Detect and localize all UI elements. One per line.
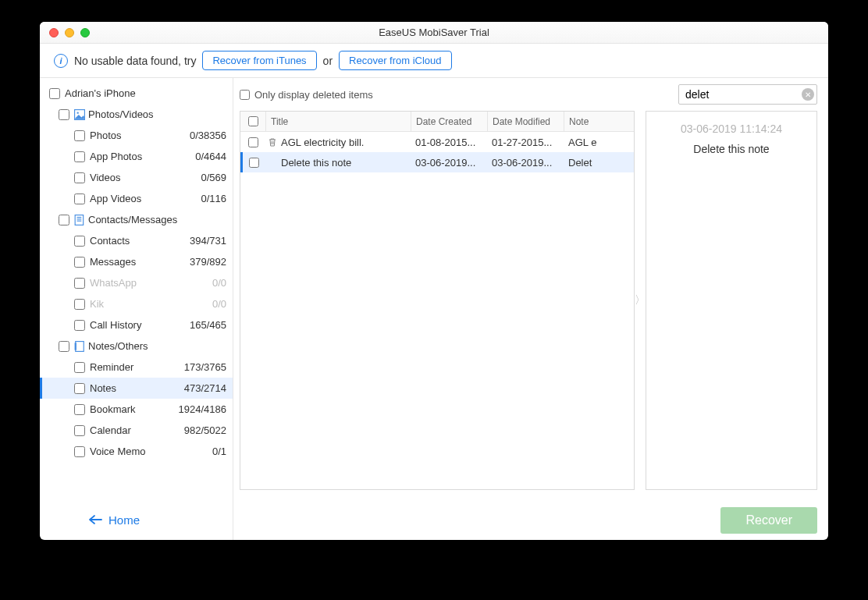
item-label: Videos (90, 172, 201, 183)
only-deleted-toggle[interactable]: Only display deleted items (240, 89, 373, 101)
item-count: 473/2714 (184, 382, 226, 394)
splitter[interactable]: 〉 (635, 111, 646, 490)
item-label: Voice Memo (90, 446, 212, 457)
titlebar: EaseUS MobiSaver Trial (40, 22, 828, 44)
sidebar-item-calendar[interactable]: Calendar982/5022 (40, 420, 233, 441)
row-title: AGL electricity bill. (279, 137, 411, 148)
toolbar-or: or (323, 55, 333, 67)
list-row[interactable]: Delete this note 03-06-2019... 03-06-201… (240, 152, 634, 172)
col-date-created[interactable]: Date Created (411, 112, 487, 131)
item-label: Kik (90, 298, 212, 310)
item-checkbox[interactable] (74, 172, 85, 183)
device-checkbox[interactable] (49, 88, 60, 99)
item-checkbox[interactable] (74, 151, 85, 162)
only-deleted-label: Only display deleted items (254, 89, 373, 101)
row-note: Delet (564, 157, 634, 169)
sidebar-item-videos[interactable]: Videos0/569 (40, 167, 233, 188)
arrow-left-icon (88, 514, 102, 525)
list-header: Title Date Created Date Modified Note (240, 112, 634, 132)
list-pane: Title Date Created Date Modified Note AG… (240, 111, 635, 490)
col-note[interactable]: Note (564, 112, 634, 131)
sidebar-item-whatsapp[interactable]: WhatsApp0/0 (40, 272, 233, 293)
item-count: 0/0 (212, 277, 226, 289)
item-label: Photos (90, 130, 190, 141)
sidebar-item-call-history[interactable]: Call History165/465 (40, 314, 233, 336)
filter-row: Only display deleted items ✕ (233, 78, 828, 111)
item-label: Messages (90, 256, 190, 268)
sidebar-item-voice-memo[interactable]: Voice Memo0/1 (40, 441, 233, 462)
svg-rect-7 (75, 343, 76, 350)
group-contacts-messages[interactable]: Contacts/Messages (40, 209, 233, 230)
app-window: EaseUS MobiSaver Trial i No usable data … (40, 22, 828, 540)
sidebar-item-app-videos[interactable]: App Videos0/116 (40, 188, 233, 209)
clear-search-icon[interactable]: ✕ (802, 88, 814, 101)
group-checkbox[interactable] (59, 109, 69, 120)
col-title[interactable]: Title (265, 112, 411, 131)
toolbar: i No usable data found, try Recover from… (40, 44, 828, 78)
sidebar-item-reminder[interactable]: Reminder173/3765 (40, 357, 233, 378)
content-area: Only display deleted items ✕ Title Date … (233, 78, 828, 540)
sidebar-item-app-photos[interactable]: App Photos0/4644 (40, 146, 233, 167)
only-deleted-checkbox[interactable] (240, 90, 250, 100)
item-checkbox[interactable] (74, 236, 85, 247)
item-checkbox[interactable] (74, 425, 85, 436)
group-checkbox[interactable] (59, 341, 69, 352)
recover-button[interactable]: Recover (720, 507, 817, 534)
row-title: Delete this note (279, 157, 411, 169)
sidebar-item-notes[interactable]: Notes473/2714 (40, 378, 233, 399)
sidebar: Adrian's iPhone Photos/Videos Photos0/38… (40, 78, 233, 540)
sidebar-item-photos[interactable]: Photos0/38356 (40, 125, 233, 146)
device-row[interactable]: Adrian's iPhone (40, 83, 233, 104)
item-checkbox[interactable] (74, 299, 85, 310)
item-label: App Videos (90, 193, 201, 204)
row-modified: 03-06-2019... (487, 157, 564, 169)
item-count: 0/569 (201, 172, 226, 183)
item-checkbox[interactable] (74, 278, 85, 289)
svg-rect-6 (76, 341, 84, 351)
item-count: 0/4644 (195, 151, 226, 162)
row-modified: 01-27-2015... (487, 137, 564, 148)
recover-itunes-button[interactable]: Recover from iTunes (202, 51, 316, 70)
panes: Title Date Created Date Modified Note AG… (233, 111, 828, 501)
body: Adrian's iPhone Photos/Videos Photos0/38… (40, 78, 828, 540)
group-label: Contacts/Messages (88, 214, 226, 225)
search-input[interactable] (678, 84, 817, 105)
item-count: 394/731 (190, 235, 226, 247)
item-label: Notes (90, 382, 184, 394)
device-label: Adrian's iPhone (65, 87, 226, 99)
item-checkbox[interactable] (74, 320, 85, 331)
item-label: Reminder (90, 361, 184, 373)
svg-point-1 (77, 112, 79, 113)
sidebar-item-contacts[interactable]: Contacts394/731 (40, 230, 233, 251)
group-photos-videos[interactable]: Photos/Videos (40, 104, 233, 125)
group-checkbox[interactable] (59, 215, 69, 225)
sidebar-item-bookmark[interactable]: Bookmark1924/4186 (40, 399, 233, 420)
item-count: 379/892 (190, 256, 226, 268)
toolbar-message: No usable data found, try (74, 55, 196, 67)
item-checkbox[interactable] (74, 193, 85, 204)
item-label: Calendar (90, 424, 184, 436)
col-date-modified[interactable]: Date Modified (487, 112, 564, 131)
group-label: Notes/Others (88, 340, 226, 352)
item-checkbox[interactable] (74, 383, 85, 394)
item-checkbox[interactable] (74, 130, 85, 141)
item-checkbox[interactable] (74, 362, 85, 373)
row-checkbox[interactable] (249, 158, 259, 168)
item-label: Contacts (90, 235, 190, 247)
item-checkbox[interactable] (74, 404, 85, 415)
sidebar-item-kik[interactable]: Kik0/0 (40, 293, 233, 314)
item-checkbox[interactable] (74, 446, 85, 457)
sidebar-item-messages[interactable]: Messages379/892 (40, 251, 233, 272)
recover-icloud-button[interactable]: Recover from iCloud (339, 51, 452, 70)
preview-body: Delete this note (654, 143, 809, 155)
item-checkbox[interactable] (74, 257, 85, 268)
item-count: 982/5022 (184, 424, 226, 436)
select-all-checkbox[interactable] (248, 116, 258, 126)
preview-timestamp: 03-06-2019 11:14:24 (654, 122, 809, 135)
group-notes-others[interactable]: Notes/Others (40, 336, 233, 357)
svg-rect-2 (75, 215, 84, 225)
list-row[interactable]: AGL electricity bill. 01-08-2015... 01-2… (240, 132, 634, 152)
home-button[interactable]: Home (40, 499, 233, 540)
row-checkbox[interactable] (248, 137, 258, 147)
home-label: Home (108, 513, 140, 527)
